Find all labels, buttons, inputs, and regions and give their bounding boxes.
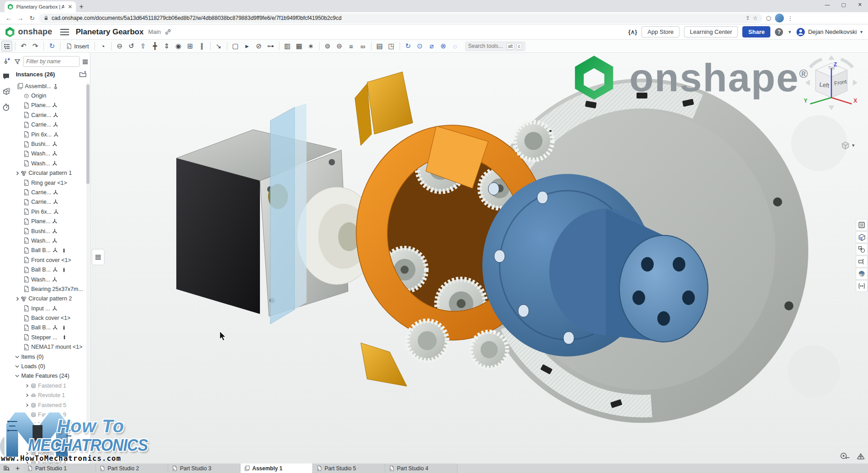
window-maximize-icon[interactable]: ▢ — [835, 0, 852, 9]
bookmark-star-icon[interactable]: ☆ — [753, 15, 758, 21]
search-tools[interactable]: alt c — [465, 42, 526, 51]
new-tab-button[interactable]: + — [76, 1, 87, 12]
rack-relation-icon[interactable]: ≡ — [346, 41, 357, 52]
tape-measure-icon[interactable] — [840, 452, 850, 460]
tab-close-icon[interactable]: ✕ — [67, 4, 73, 10]
feature-list-handle[interactable] — [92, 249, 104, 265]
branch-label[interactable]: Main — [148, 28, 161, 35]
tree-section[interactable]: Loads (0) — [12, 361, 90, 371]
tree-item[interactable]: Carrie... — [12, 187, 90, 197]
mate-feature-item[interactable]: Revolute 1 — [12, 391, 90, 400]
gear-relation-icon[interactable]: ⊚ — [322, 41, 333, 52]
element-tab-part-studio-3[interactable]: Part Studio 3 — [168, 464, 241, 473]
animate-ghost-icon[interactable]: ◌ — [450, 41, 461, 52]
list-options-icon[interactable] — [82, 58, 89, 65]
performance-timer-icon[interactable] — [2, 103, 11, 112]
view-cube[interactable]: Left Front Top Z X Y — [802, 56, 861, 112]
configurations-icon[interactable] — [856, 244, 868, 255]
undo-icon[interactable]: ↶ — [18, 41, 29, 52]
animate-diameter-icon[interactable]: ⌀ — [426, 41, 437, 52]
mate-feature-item[interactable]: Fastened 10 — [12, 420, 90, 429]
interference-icon[interactable]: ∗ — [306, 41, 316, 52]
parallel-mate-icon[interactable]: ∥ — [197, 41, 208, 52]
tree-item[interactable]: Back cover <1> — [12, 313, 90, 323]
add-subassembly-icon[interactable] — [79, 71, 87, 78]
tree-item[interactable]: Plane... — [12, 101, 90, 110]
mate-connector-add-icon[interactable] — [2, 56, 11, 66]
view-cube-left-face[interactable]: Left — [819, 81, 830, 89]
bom-table-icon[interactable]: ▤ — [374, 41, 385, 52]
tree-section[interactable]: Items (0) — [12, 352, 90, 361]
pattern-icon[interactable]: ▦ — [294, 41, 305, 52]
mate-feature-item[interactable]: Revolute 2 — [12, 449, 90, 458]
scrollbar-thumb[interactable] — [86, 84, 90, 184]
tree-item[interactable]: Ball B... — [12, 265, 90, 274]
omnibox[interactable]: cad.onshape.com/documents/5a13d645118279… — [39, 14, 762, 23]
move-rotate-icon[interactable]: ⇕ — [161, 41, 172, 52]
forward-icon[interactable]: → — [15, 13, 25, 23]
tree-item[interactable]: Circular pattern 2 — [12, 294, 90, 304]
view-mode-button[interactable]: ▼ — [841, 141, 855, 150]
tree-item[interactable]: Bearing 25x37x7m... — [12, 284, 90, 294]
tree-item[interactable]: Stepper ... — [12, 333, 90, 342]
box-select-icon[interactable]: ▢ — [230, 41, 241, 52]
part-inspect-icon[interactable]: ? — [2, 87, 11, 96]
section-view-icon[interactable] — [856, 256, 868, 267]
exploded-view-icon[interactable]: ◳ — [386, 41, 397, 52]
belt-relation-icon[interactable]: ∞ — [358, 41, 368, 52]
tree-item[interactable]: Bushi... — [12, 226, 90, 236]
measure-icon[interactable] — [856, 280, 868, 292]
share-link-icon[interactable] — [165, 28, 171, 35]
extensions-icon[interactable]: ⬡ — [764, 14, 773, 23]
tree-item[interactable]: Input ... — [12, 304, 90, 313]
3d-model-planetary-gearbox[interactable] — [90, 53, 868, 464]
window-minimize-icon[interactable]: — — [819, 0, 835, 9]
insert-button[interactable]: Insert — [63, 41, 92, 52]
element-tab-assembly-1[interactable]: Assembly 1 — [241, 464, 313, 473]
mate-feature-item[interactable]: Fastened 5 — [12, 400, 90, 410]
tree-item[interactable]: Ring gear <1> — [12, 178, 90, 187]
history-icon[interactable]: ◔ — [98, 41, 108, 52]
bom-panel-icon[interactable] — [856, 219, 868, 231]
browser-menu-icon[interactable]: ⋮ — [786, 14, 795, 23]
element-tab-part-studio-5[interactable]: Part Studio 5 — [313, 464, 385, 473]
animate-orbit-icon[interactable]: ⊙ — [415, 41, 425, 52]
tree-item[interactable]: Pin 6x... — [12, 207, 90, 216]
fastened-mate-icon[interactable]: ╋ — [150, 41, 160, 52]
tree-item[interactable]: Wash... — [12, 149, 90, 159]
gear-rack-icon[interactable]: ⊜ — [334, 41, 345, 52]
mate-connector-icon[interactable]: ⇧ — [138, 41, 149, 52]
replicate-icon[interactable]: ▥ — [282, 41, 293, 52]
transform-icon[interactable]: ▸ — [242, 41, 253, 52]
help-icon[interactable]: ? — [775, 28, 783, 36]
document-title[interactable]: Planetary Gearbox — [75, 28, 143, 37]
graphics-viewport[interactable]: onshape® Left Front Top Z X Y ▼ — [90, 53, 868, 464]
tree-item[interactable]: Assembl... — [12, 81, 90, 91]
window-close-icon[interactable]: ✕ — [852, 0, 868, 9]
mate-feature-item[interactable]: Fastened 9 — [12, 410, 90, 419]
search-tools-input[interactable] — [468, 43, 505, 49]
tree-item[interactable]: Pin 6x... — [12, 130, 90, 139]
app-store-button[interactable]: App Store — [642, 26, 679, 37]
tree-item[interactable]: Origin — [12, 91, 90, 100]
rotate-view-icon[interactable]: ↻ — [47, 41, 57, 52]
learning-center-button[interactable]: Learning Center — [684, 26, 738, 37]
appearance-icon[interactable] — [856, 268, 868, 280]
tree-item[interactable]: Bushi... — [12, 139, 90, 149]
tree-item[interactable]: Circular pattern 1 — [12, 169, 90, 178]
tree-item[interactable]: Ball B... — [12, 246, 90, 255]
tree-item[interactable]: Wash... — [12, 159, 90, 168]
assembly-structure-toggle[interactable] — [1, 41, 12, 52]
revolute-mate-icon[interactable]: ↺ — [126, 41, 137, 52]
tree-section[interactable]: Mate Features (24) — [12, 371, 90, 381]
tree-item[interactable]: Carrie... — [12, 197, 90, 207]
connector-icon[interactable]: ⊶ — [265, 41, 276, 52]
animate-cross-icon[interactable]: ⊗ — [438, 41, 449, 52]
tree-item[interactable]: Wash... — [12, 236, 90, 245]
tree-item[interactable]: Carrie... — [12, 120, 90, 130]
mate-feature-item[interactable]: Fastened 12 — [12, 439, 90, 448]
browser-avatar[interactable] — [775, 14, 784, 23]
tree-item[interactable]: Front cover <1> — [12, 255, 90, 265]
user-menu[interactable]: Dejan Nedelkovski ▼ — [796, 28, 863, 37]
back-icon[interactable]: ← — [4, 13, 14, 23]
